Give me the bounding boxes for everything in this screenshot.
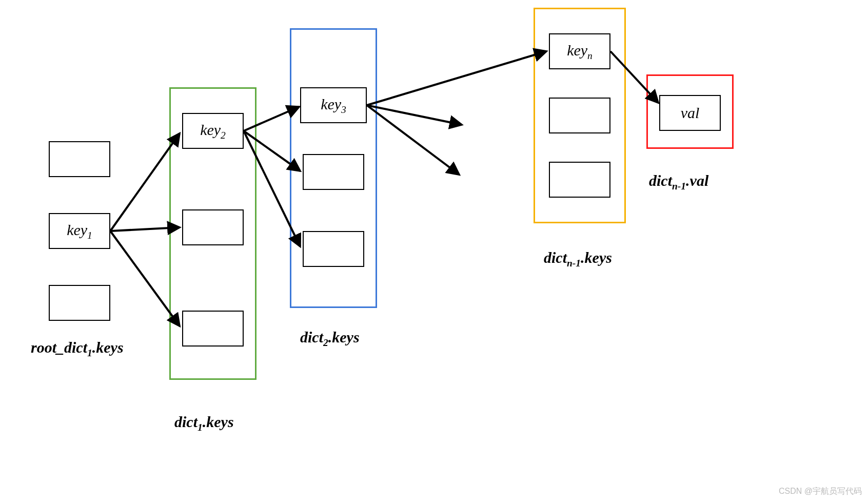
val-label: val	[681, 104, 700, 122]
col1-box-1	[49, 141, 110, 177]
col3-label: dict2.keys	[300, 329, 360, 349]
col2-box-key2: key2	[182, 113, 244, 149]
watermark: CSDN @宇航员写代码	[779, 486, 862, 497]
svg-line-7	[367, 51, 546, 105]
col3-box-3	[303, 231, 364, 267]
col3-box-2	[303, 154, 364, 190]
col5-label: dictn-1.val	[649, 172, 708, 192]
col2-label: dict1.keys	[174, 413, 234, 433]
col4-label: dictn-1.keys	[544, 249, 612, 269]
col2-box-2	[182, 209, 244, 245]
col1-label: root_dict1.keys	[31, 339, 124, 359]
arrows-layer	[0, 0, 868, 500]
col2-box-3	[182, 311, 244, 347]
col3-box-key3: key3	[300, 87, 367, 123]
key2-label: key2	[200, 121, 226, 141]
col4-box-3	[549, 162, 610, 198]
key1-label: key1	[67, 221, 92, 241]
svg-line-8	[367, 105, 462, 125]
key3-label: key3	[321, 95, 346, 116]
col4-box-keyn: keyn	[549, 33, 610, 69]
col1-box-key1: key1	[49, 213, 110, 249]
col1-box-3	[49, 285, 110, 321]
svg-line-9	[367, 105, 459, 175]
keyn-label: keyn	[567, 42, 593, 62]
col5-box-val: val	[659, 95, 721, 131]
col4-box-2	[549, 98, 610, 133]
